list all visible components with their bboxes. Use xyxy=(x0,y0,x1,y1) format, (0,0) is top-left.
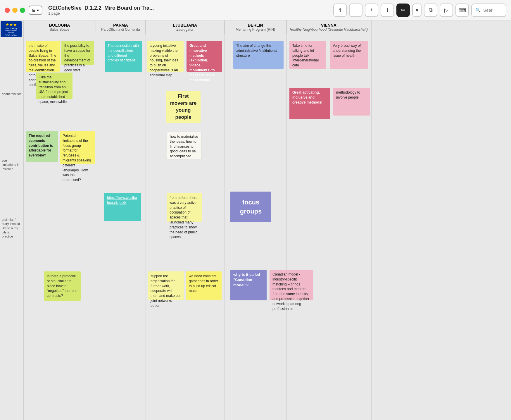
board-title: GEtCoheSive_D.1.2.2_Miro Board on Tra... xyxy=(48,5,330,11)
note-very-broad[interactable]: Very broad way of understanding the issu… xyxy=(330,41,368,69)
left-label-limitations: ese limitations in Practice xyxy=(0,157,23,172)
note-connection[interactable]: The connection with the overall citieis … xyxy=(105,41,142,72)
note-support-org[interactable]: support the organisation for further wor… xyxy=(148,271,184,300)
title-section: GEtCoheSive_D.1.2.2_Miro Board on Tra...… xyxy=(48,5,330,16)
toolbar: ℹ − + ⬆ ✏ ▾ ⧉ ▷ ⌨ 🔍 Sear xyxy=(333,4,506,17)
pen-button[interactable]: ✏ xyxy=(396,4,410,17)
col-header-vienna: VIENNA Healthy Neighbourhood (Gesunde Na… xyxy=(286,20,371,34)
view-mode-button[interactable]: ⊞ ▾ xyxy=(29,6,42,15)
row-divider-3 xyxy=(23,243,511,243)
col-bologna-label: BOLOGNA xyxy=(25,23,94,27)
search-button[interactable]: 🔍 Sear xyxy=(471,4,506,17)
search-icon: 🔍 xyxy=(475,8,481,13)
note-canadian-model-desc[interactable]: Canadian model - industry-specific match… xyxy=(270,270,313,300)
note-required-economic[interactable]: The required economic contribution is af… xyxy=(26,131,58,162)
col-ljubljana-label: LJUBLJANA xyxy=(147,23,222,27)
keyboard-button[interactable]: ⌨ xyxy=(455,4,469,17)
left-label-similar: g similar / ntary I would like to n my c… xyxy=(0,216,23,240)
note-first-movers[interactable]: First movers are young people xyxy=(166,91,201,123)
traffic-lights xyxy=(5,8,25,13)
note-great-innovative[interactable]: Great and innovative methods (exhibition… xyxy=(187,41,222,72)
col-berlin-sub: Mentoring Program (RIN) xyxy=(226,27,284,32)
maximize-button[interactable] xyxy=(20,8,25,13)
minimize-button[interactable] xyxy=(12,8,18,13)
note-materialise[interactable]: how to materialise the ideas, how to fin… xyxy=(167,132,202,159)
info-button[interactable]: ℹ xyxy=(333,4,347,17)
divider-3 xyxy=(225,20,225,420)
note-take-time[interactable]: Take time for talking and let people tal… xyxy=(289,41,326,69)
board-subtitle: 1 page xyxy=(48,11,330,16)
note-possibility[interactable]: the possibility to have a space for the … xyxy=(61,41,94,65)
divider-5 xyxy=(371,20,372,420)
divider-1 xyxy=(96,20,96,420)
divider-left xyxy=(23,20,24,420)
col-header-ljubljana: LJUBLJANA Zadrugator xyxy=(146,20,225,34)
present-button[interactable]: ▷ xyxy=(440,4,453,17)
note-aim-change[interactable]: The aim of change the administrative /in… xyxy=(233,41,284,69)
col-header-parma: PARMA ParcOfficina di Comunità xyxy=(96,20,146,34)
note-potential-limitations[interactable]: Potential limitations of the focus group… xyxy=(60,131,95,164)
row-divider-1 xyxy=(23,129,511,129)
row-divider-2 xyxy=(23,186,511,186)
row-divider-4 xyxy=(23,272,511,272)
frame-button[interactable]: ⧉ xyxy=(424,4,437,17)
col-berlin-label: BERLIN xyxy=(226,23,284,27)
note-focus-groups[interactable]: focus groups xyxy=(230,192,271,222)
eu-logo: ★★★ Co-funded bythe EuropeanUnion GEtCoh… xyxy=(1,21,22,37)
titlebar: ⊞ ▾ GEtCoheSive_D.1.2.2_Miro Board on Tr… xyxy=(0,0,511,20)
pen-dropdown-button[interactable]: ▾ xyxy=(412,4,422,17)
divider-4 xyxy=(286,20,287,420)
note-westbahnpark[interactable]: https://www.westbahnpark.jetzt/ xyxy=(104,193,141,221)
row-divider-header xyxy=(23,38,511,38)
note-methodology[interactable]: methodology to involve people xyxy=(333,88,370,116)
left-label-about: about this tice xyxy=(0,91,23,97)
note-protocoll[interactable]: Is there a protocoll or sth. similar in … xyxy=(44,271,81,301)
divider-2 xyxy=(146,20,146,420)
note-great-activating[interactable]: Great activating, inclusive and creative… xyxy=(289,88,330,119)
col-bologna-sub: Salus Space xyxy=(25,27,94,32)
note-constant-gatherings[interactable]: we need constant gatherings in order to … xyxy=(186,271,222,300)
note-canadian-model[interactable]: why is it called "Canadian model"? xyxy=(230,270,267,300)
col-parma-label: PARMA xyxy=(98,23,144,27)
close-button[interactable] xyxy=(5,8,10,13)
note-from-before[interactable]: from before, there was a very active pra… xyxy=(167,193,202,222)
search-label: Sear xyxy=(483,8,493,13)
col-header-bologna: BOLOGNA Salus Space xyxy=(23,20,96,34)
col-vienna-label: VIENNA xyxy=(288,23,369,27)
note-mixite[interactable]: the mixite of people living in Salus Spa… xyxy=(26,41,60,72)
share-button[interactable]: ⬆ xyxy=(381,4,394,17)
col-vienna-sub: Healthy Neighbourhood (Gesunde Nachbarsc… xyxy=(288,27,369,32)
note-sustainability[interactable]: I like the sustainability and transition… xyxy=(36,73,72,99)
col-header-berlin: BERLIN Mentoring Program (RIN) xyxy=(225,20,286,34)
note-young-initiative[interactable]: a young initiative making visible the pr… xyxy=(147,41,184,72)
zoom-out-button[interactable]: − xyxy=(349,4,362,17)
col-ljubljana-sub: Zadrugator xyxy=(147,27,222,32)
col-parma-sub: ParcOfficina di Comunità xyxy=(98,27,144,32)
zoom-in-button[interactable]: + xyxy=(365,4,378,17)
canvas: ★★★ Co-funded bythe EuropeanUnion GEtCoh… xyxy=(0,20,511,420)
